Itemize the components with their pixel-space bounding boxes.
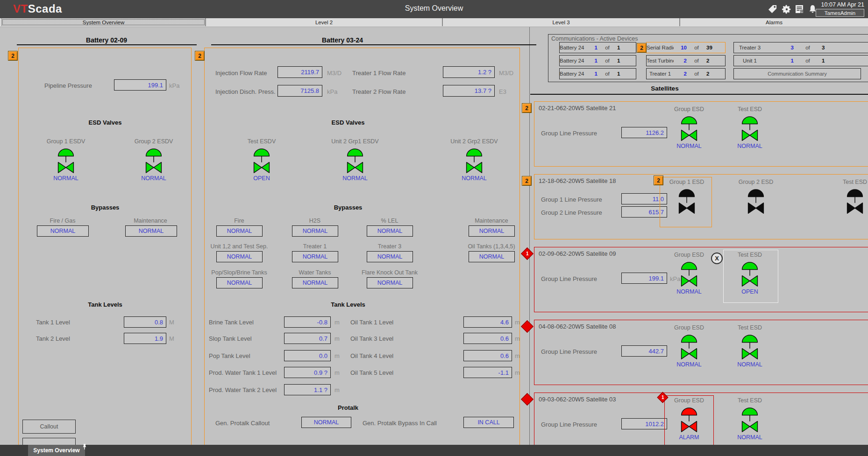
device-status-box-serial-radio[interactable]: Serial Radio 10 of 39 [646, 42, 726, 53]
satellite-21-alarm-badge[interactable]: 2 [522, 103, 532, 113]
test-esd-valve[interactable]: Test ESD NORMAL [724, 397, 776, 441]
bypass-label: Unit 1,2 and Test Sep. [211, 243, 268, 250]
device-total-count: 2 [706, 71, 725, 77]
bypass-status-box[interactable]: NORMAL [367, 225, 413, 237]
test-esd-valve[interactable]: Test ESD NORMAL [724, 106, 776, 149]
treater-1-flow-rate-value[interactable]: 1.2 ? [443, 66, 495, 78]
group-esd-valve[interactable]: Group ESD NORMAL [663, 106, 715, 149]
tank-value[interactable]: -1.1 [463, 367, 512, 378]
group-esd-valve[interactable]: Group ESD NORMAL [663, 324, 715, 368]
note-add-icon[interactable] [794, 4, 804, 14]
group-esd-valve[interactable]: Group ESD NORMAL [663, 252, 715, 295]
valve-status: OPEN [741, 288, 758, 295]
device-name: Battery 24 CWM [560, 45, 584, 50]
device-status-box[interactable]: Battery 24 PLC 1 of 1 [559, 55, 636, 66]
group-line-pressure-value[interactable]: 1012.2 [621, 418, 667, 429]
x-marker-icon[interactable]: X [711, 253, 723, 264]
satellite-09-alarm-diamond[interactable]: 1 [521, 247, 534, 260]
bypass-status-box[interactable]: NORMAL [292, 225, 338, 237]
tank-1-level-value[interactable]: 0.8 [124, 316, 166, 328]
tank-value[interactable]: 0.0 [284, 350, 331, 361]
bypass-fire-gas-status[interactable]: NORMAL [37, 225, 89, 237]
device-active-count: 2 [674, 58, 687, 63]
battery-02-09-alarm-badge[interactable]: 2 [8, 51, 18, 61]
satellite-08-alarm-diamond[interactable] [521, 320, 534, 333]
tank-value[interactable]: 1.1 ? [284, 384, 331, 395]
group-line-pressure-value[interactable]: 1126.2 [621, 127, 667, 138]
protalk-bypass-status[interactable]: IN CALL [463, 417, 514, 428]
taskbar-item-system-overview[interactable]: System Overview [28, 445, 85, 456]
device-status-box[interactable]: Battery 24 CWM 1 of 1 [559, 42, 636, 53]
satellite-03-alarm-diamond[interactable] [521, 393, 534, 406]
tank-value[interactable]: 4.6 [463, 316, 512, 328]
group-line-pressure-value[interactable]: 442.7 [621, 345, 667, 357]
callout-button[interactable]: Callout [22, 420, 76, 434]
battery-03-24-alarm-badge[interactable]: 2 [195, 51, 205, 61]
tab-level-2[interactable]: Level 2 [206, 18, 442, 26]
vtscada-logo: VTScada [13, 2, 62, 15]
tank-value[interactable]: -0.8 [284, 316, 331, 328]
group-1-esd-alarm-badge[interactable]: 2 [654, 175, 663, 185]
valve-label: Test ESD [738, 252, 762, 258]
bypass-status-box[interactable]: NORMAL [216, 277, 263, 288]
tab-level-3[interactable]: Level 3 [442, 18, 680, 26]
gear-icon[interactable] [781, 4, 792, 14]
device-status-box[interactable]: Treater 1 2 of 2 [646, 68, 726, 79]
test-esd-valve[interactable]: Test ESD OPEN [724, 252, 776, 295]
satellite-18-alarm-badge[interactable]: 2 [522, 176, 532, 186]
tank-value[interactable]: 0.6 [463, 350, 512, 361]
device-status-box[interactable]: Test Turbines 2 of 2 [646, 55, 726, 66]
tank-unit: m [515, 319, 520, 326]
tank-value[interactable]: 0.9 ? [284, 367, 331, 378]
page-tab-strip: System Overview Level 2 Level 3 Alarms [0, 18, 868, 27]
bypass-status-box[interactable]: NORMAL [292, 277, 338, 288]
injection-disch-press-value[interactable]: 7125.8 [277, 85, 322, 97]
group-1-esdv[interactable]: Group 1 ESDV NORMAL [40, 138, 92, 182]
tab-system-overview[interactable]: System Overview [1, 18, 206, 26]
bypass-status-box[interactable]: NORMAL [367, 277, 413, 288]
test-esd-valve[interactable]: Test ESD [829, 179, 868, 215]
tank-value[interactable]: 0.6 [463, 333, 512, 344]
bypass-status-box[interactable]: NORMAL [469, 251, 515, 262]
bypass-status-box[interactable]: NORMAL [292, 251, 338, 262]
bypass-status-box[interactable]: NORMAL [469, 225, 515, 237]
bypass-status-box[interactable]: NORMAL [216, 225, 263, 237]
communications-alarm-badge[interactable]: 2 [637, 43, 647, 53]
device-status-box[interactable]: Unit 1 1 of 1 [733, 55, 868, 66]
communication-summary-button[interactable]: Communication Summary [733, 68, 861, 79]
injection-flow-rate-value[interactable]: 2119.7 [277, 66, 322, 78]
device-status-box[interactable]: Treater 3 3 of 3 [733, 42, 868, 53]
bypass-maintenance-status[interactable]: NORMAL [125, 225, 177, 237]
valve-icon [56, 146, 76, 174]
group-esd-valve[interactable]: Group ESD ALARM [663, 397, 715, 441]
bypasses-header-mid: Bypasses [334, 204, 363, 211]
pipeline-pressure-value[interactable]: 199.1 [114, 79, 166, 91]
test-esdv[interactable]: Test ESDV OPEN [236, 138, 287, 182]
current-user-button[interactable]: TamesAdmin [816, 9, 864, 17]
bypass-label: Treater 1 [303, 243, 327, 250]
valve-label: Test ESD [738, 397, 762, 404]
treater-2-flow-rate-value[interactable]: 13.7 ? [443, 85, 495, 97]
device-total-count: 1 [617, 71, 636, 77]
bypass-status-box[interactable]: NORMAL [367, 251, 413, 262]
group-line-pressure-value[interactable]: 199.1 [621, 273, 667, 284]
tank-value[interactable]: 0.7 [284, 333, 331, 344]
group-2-esdv[interactable]: Group 2 ESDV NORMAL [128, 138, 179, 182]
protalk-callout-status[interactable]: NORMAL [301, 417, 351, 428]
valve-label: Group 1 ESD [669, 179, 704, 185]
unit-2-grp1-esdv[interactable]: Unit 2 Grp1 ESDV NORMAL [329, 138, 381, 182]
unit-2-grp2-esdv[interactable]: Unit 2 Grp2 ESDV NORMAL [448, 138, 500, 182]
tab-alarms[interactable]: Alarms [680, 18, 868, 26]
group-2-esd-valve[interactable]: Group 2 ESD [730, 179, 782, 215]
device-total-count: 2 [706, 58, 725, 63]
device-status-box[interactable]: Battery 24 ROC 1 of 1 [559, 68, 636, 79]
tag-icon[interactable] [767, 4, 778, 14]
valve-status: NORMAL [462, 175, 486, 182]
valve-icon [464, 146, 484, 174]
bypass-status-box[interactable]: NORMAL [216, 251, 263, 262]
tank-levels-header: Tank Levels [88, 301, 122, 308]
group-1-esd-valve[interactable]: Group 1 ESD [661, 179, 712, 215]
test-esd-valve[interactable]: Test ESD NORMAL [724, 324, 776, 368]
tank-unit: m [334, 335, 340, 342]
tank-2-level-value[interactable]: 1.9 [124, 333, 166, 344]
